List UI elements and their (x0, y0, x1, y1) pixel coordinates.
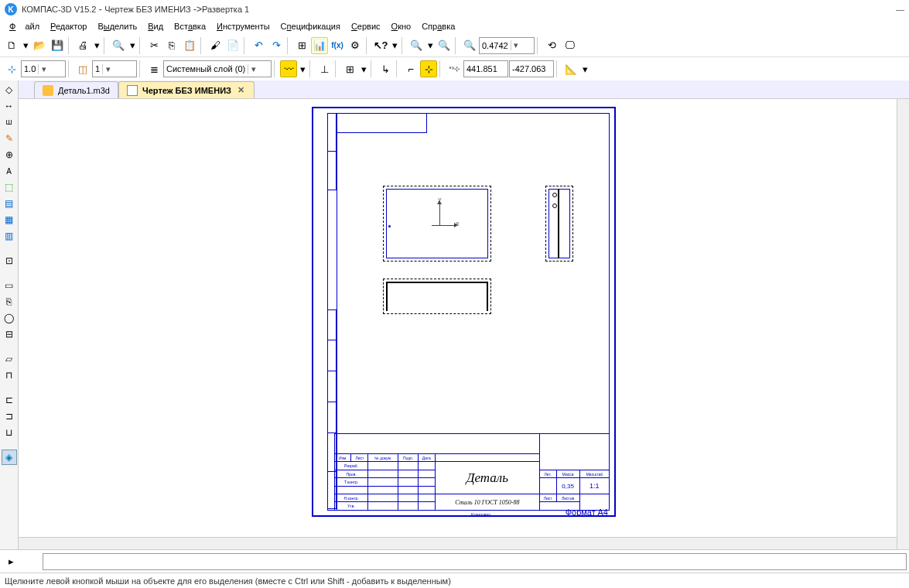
unfold-icon[interactable]: ⊏ (2, 392, 17, 408)
menu-tools[interactable]: Инструменты (212, 20, 275, 32)
new-button[interactable]: 🗋 (3, 37, 20, 54)
menu-edit[interactable]: Редактор (46, 20, 91, 32)
hole-icon[interactable]: ◯ (2, 310, 17, 326)
zoom-combo[interactable]: 0.4742▾ (479, 37, 535, 54)
snap-button[interactable]: ⊹ (3, 60, 20, 77)
stamp-icon[interactable]: ⊓ (2, 368, 17, 383)
lcs-button[interactable]: ↳ (377, 60, 394, 77)
toolbar-standard: 🗋 ▾ 📂 💾 🖨 ▾ 🔍 ▾ ✂ ⎘ 📋 🖌 📄 ↶ ↷ ⊞ 📊 f(x) ⚙… (0, 34, 909, 57)
preview-dropdown[interactable]: ▾ (128, 37, 137, 54)
print-dropdown[interactable]: ▾ (92, 37, 101, 54)
refresh-button[interactable]: 🖵 (561, 37, 578, 54)
ortho-button[interactable]: ⊥ (316, 60, 333, 77)
drawing-title: Деталь (435, 462, 539, 494)
notation-icon[interactable]: Ш (2, 115, 17, 130)
undo-button[interactable]: ↶ (250, 37, 267, 54)
library-button[interactable]: ⚙ (347, 37, 364, 54)
snap-toggle-button[interactable]: ⊹ (420, 60, 437, 77)
fx-button[interactable]: f(x) (329, 37, 346, 54)
grid-dropdown[interactable]: ▾ (359, 60, 368, 77)
measure-button[interactable]: 📐 (562, 60, 579, 77)
coords-mode-button[interactable]: ˣʸ⊹ (446, 60, 463, 77)
insert-icon[interactable]: ▥ (2, 228, 17, 244)
properties-button[interactable]: 📄 (224, 37, 241, 54)
menu-spec[interactable]: Спецификация (276, 20, 345, 32)
compact-panel: ◇ ↔ Ш ✎ ⊕ A ⬚ ▤ ▦ ▥ ⊡ ▭ ⎘ ◯ ⊟ ▱ ⊓ ⊏ ⊐ ⊔ … (0, 80, 19, 549)
cut-icon[interactable]: ⊟ (2, 326, 17, 342)
rebuild-button[interactable]: ⟲ (543, 37, 560, 54)
scale-combo-1[interactable]: 1.0▾ (21, 60, 66, 77)
tab-close-button[interactable]: ✕ (236, 85, 246, 95)
geometry-icon[interactable]: ◇ (2, 82, 17, 97)
view-state-button[interactable]: ◫ (74, 60, 91, 77)
property-toggle-icon[interactable]: ▸ (2, 553, 19, 570)
cut-button[interactable]: ✂ (145, 37, 162, 54)
spec-icon[interactable]: ▤ (2, 196, 17, 211)
view-combo[interactable]: 1▾ (92, 60, 137, 77)
layer-combo[interactable]: Системный слой (0)▾ (163, 60, 272, 77)
report-icon[interactable]: ▦ (2, 212, 17, 227)
zoom-fit-button[interactable]: 🔍 (436, 37, 453, 54)
redo-button[interactable]: ↷ (268, 37, 285, 54)
bend-icon[interactable]: ⎘ (2, 294, 17, 309)
measure-dropdown[interactable]: ▾ (580, 60, 589, 77)
unfold-params-icon[interactable]: ◈ (2, 450, 17, 465)
view-front[interactable]: Х У (383, 186, 491, 262)
menu-help[interactable]: Справка (417, 20, 460, 32)
vertical-scrollbar[interactable] (897, 99, 909, 549)
coord-x[interactable]: 441.851 (463, 60, 508, 77)
sheet-body-icon[interactable]: ▭ (2, 278, 17, 293)
tab-detail1[interactable]: Деталь1.m3d (34, 81, 118, 98)
menu-insert[interactable]: Вставка (169, 20, 210, 32)
document-tabs: Деталь1.m3d Чертеж БЕЗ ИМЕНИЗ ✕ (19, 80, 909, 99)
save-button[interactable]: 💾 (49, 37, 66, 54)
view-side[interactable] (545, 186, 573, 262)
params-icon[interactable]: ⊕ (2, 147, 17, 162)
status-bar: Щелкните левой кнопкой мыши на объекте д… (0, 573, 909, 588)
edit-icon[interactable]: ✎ (2, 131, 17, 146)
scale-value: 1:1 (579, 478, 609, 494)
linestyle-dropdown[interactable]: ▾ (298, 60, 307, 77)
preview-button[interactable]: 🔍 (110, 37, 127, 54)
view-top[interactable] (383, 279, 491, 314)
coord-y[interactable]: -427.063 (509, 60, 554, 77)
doc-manager-button[interactable]: ⊞ (293, 37, 310, 54)
menu-bar: Файл Редактор Выделить Вид Вставка Инстр… (0, 19, 909, 34)
round-button[interactable]: ⌐ (402, 60, 419, 77)
new-dropdown[interactable]: ▾ (21, 37, 30, 54)
linestyle-button[interactable]: 〰 (280, 60, 297, 77)
menu-file[interactable]: Файл (5, 20, 44, 32)
drawing-canvas[interactable]: Х У (19, 99, 909, 549)
plate-icon[interactable]: ▱ (2, 351, 17, 367)
variables-button[interactable]: 📊 (311, 37, 328, 54)
format-painter-button[interactable]: 🖌 (207, 37, 224, 54)
print-button[interactable]: 🖨 (74, 37, 91, 54)
flatten-icon[interactable]: ⊐ (2, 409, 17, 424)
minimize-button[interactable]: — (896, 5, 904, 14)
axis-y-label: У (438, 197, 441, 203)
menu-window[interactable]: Окно (387, 20, 416, 32)
format-label: Формат А4 (566, 508, 608, 517)
open-button[interactable]: 📂 (31, 37, 48, 54)
paste-button[interactable]: 📋 (181, 37, 198, 54)
views-icon[interactable]: ⊡ (2, 253, 17, 268)
zoom-dropdown[interactable]: ▾ (425, 37, 435, 54)
command-input[interactable] (43, 553, 907, 570)
layer-state-button[interactable]: ≣ (145, 60, 162, 77)
copy-button[interactable]: ⎘ (163, 37, 180, 54)
close-corner-icon[interactable]: ⊔ (2, 425, 17, 440)
title-block[interactable]: Изм. Лист № докум. Подп. Дата Разраб. Де (334, 433, 610, 511)
zoom-window-button[interactable]: 🔍 (408, 37, 425, 54)
menu-select[interactable]: Выделить (93, 20, 142, 32)
help-cursor-button[interactable]: ↖? (372, 37, 389, 54)
tab-drawing[interactable]: Чертеж БЕЗ ИМЕНИЗ ✕ (118, 81, 255, 98)
measure-icon[interactable]: A (2, 163, 17, 179)
horizontal-scrollbar[interactable] (19, 537, 897, 549)
grid-button[interactable]: ⊞ (341, 60, 358, 77)
help-dropdown[interactable]: ▾ (390, 37, 399, 54)
menu-service[interactable]: Сервис (347, 20, 385, 32)
menu-view[interactable]: Вид (143, 20, 168, 32)
zoom-in-button[interactable]: 🔍 (461, 37, 478, 54)
dimensions-icon[interactable]: ↔ (2, 98, 17, 114)
select-icon[interactable]: ⬚ (2, 179, 17, 195)
